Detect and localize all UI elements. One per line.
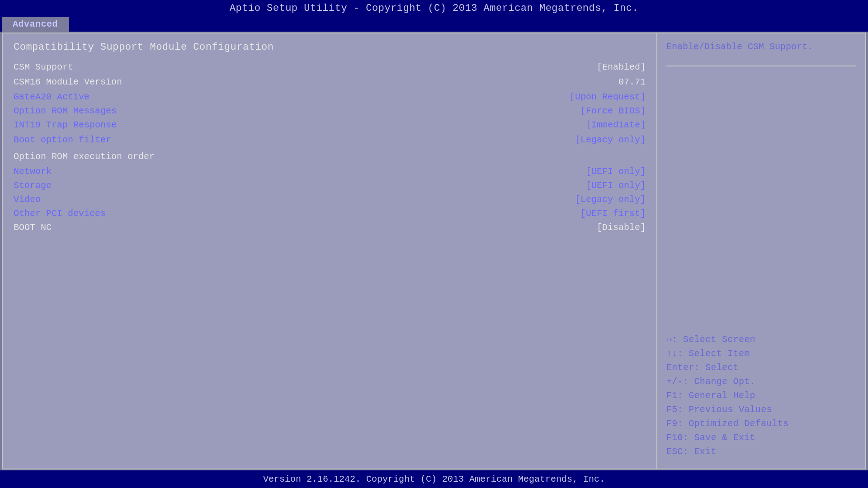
footer-bar: Version 2.16.1242. Copyright (C) 2013 Am…: [0, 470, 868, 488]
video-value: [Legacy only]: [575, 194, 646, 205]
setting-row-network[interactable]: Network [UEFI only]: [14, 166, 646, 177]
help-enter-select: Enter: Select: [666, 362, 856, 373]
csm-description: Enable/Disable CSM Support.: [666, 42, 856, 52]
setting-row-boot-nc[interactable]: BOOT NC [Disable]: [14, 222, 646, 233]
other-pci-label: Other PCI devices: [14, 208, 106, 219]
boot-filter-label: Boot option filter: [14, 135, 111, 145]
help-f1: F1: General Help: [666, 390, 856, 401]
setting-row-int19[interactable]: INT19 Trap Response [Immediate]: [14, 120, 646, 130]
boot-nc-value: [Disable]: [597, 222, 646, 233]
right-panel: Enable/Disable CSM Support. ⇔: Select Sc…: [657, 33, 865, 469]
network-value: [UEFI only]: [586, 166, 646, 177]
left-panel: Compatibility Support Module Configurati…: [3, 33, 657, 469]
main-content: Compatibility Support Module Configurati…: [2, 33, 866, 469]
help-esc: ESC: Exit: [666, 446, 856, 457]
video-label: Video: [14, 194, 41, 205]
boot-filter-value: [Legacy only]: [575, 135, 646, 145]
setting-row-other-pci[interactable]: Other PCI devices [UEFI first]: [14, 208, 646, 219]
gatea20-value: [Upon Request]: [570, 92, 646, 102]
help-section: ⇔: Select Screen ↑↓: Select Item Enter: …: [666, 333, 856, 460]
help-select-screen: ⇔: Select Screen: [666, 333, 856, 345]
tab-advanced[interactable]: Advanced: [2, 17, 69, 32]
header-bar: Aptio Setup Utility - Copyright (C) 2013…: [0, 0, 868, 17]
header-title: Aptio Setup Utility - Copyright (C) 2013…: [230, 3, 638, 14]
rom-messages-label: Option ROM Messages: [14, 106, 117, 116]
setting-row-gatea20[interactable]: GateA20 Active [Upon Request]: [14, 92, 646, 102]
network-label: Network: [14, 166, 52, 177]
footer-text: Version 2.16.1242. Copyright (C) 2013 Am…: [263, 474, 605, 484]
help-f9: F9: Optimized Defaults: [666, 418, 856, 429]
rom-section-title: Option ROM execution order: [14, 151, 646, 162]
tab-row: Advanced: [0, 17, 868, 32]
help-f10: F10: Save & Exit: [666, 432, 856, 443]
section-title: Compatibility Support Module Configurati…: [14, 42, 646, 53]
csm-support-label: CSM Support: [14, 62, 73, 72]
setting-row-rom-messages[interactable]: Option ROM Messages [Force BIOS]: [14, 106, 646, 116]
setting-row-video[interactable]: Video [Legacy only]: [14, 194, 646, 205]
setting-row-csm16: CSM16 Module Version 07.71: [14, 77, 646, 87]
int19-value: [Immediate]: [586, 120, 646, 130]
other-pci-value: [UEFI first]: [580, 208, 646, 219]
gatea20-label: GateA20 Active: [14, 92, 90, 102]
rom-messages-value: [Force BIOS]: [580, 106, 646, 116]
setting-row-boot-filter[interactable]: Boot option filter [Legacy only]: [14, 135, 646, 145]
right-divider: [666, 66, 856, 66]
setting-row-storage[interactable]: Storage [UEFI only]: [14, 180, 646, 191]
help-change-opt: +/-: Change Opt.: [666, 376, 856, 387]
csm-support-value: [Enabled]: [597, 62, 646, 72]
bios-screen: Aptio Setup Utility - Copyright (C) 2013…: [0, 0, 868, 488]
int19-label: INT19 Trap Response: [14, 120, 117, 130]
storage-value: [UEFI only]: [586, 180, 646, 191]
csm16-value: 07.71: [618, 77, 646, 87]
help-select-item: ↑↓: Select Item: [666, 348, 856, 359]
storage-label: Storage: [14, 180, 52, 191]
help-f5: F5: Previous Values: [666, 404, 856, 415]
setting-row-csm-support[interactable]: CSM Support [Enabled]: [14, 62, 646, 72]
csm16-label: CSM16 Module Version: [14, 77, 122, 87]
boot-nc-label: BOOT NC: [14, 222, 52, 233]
